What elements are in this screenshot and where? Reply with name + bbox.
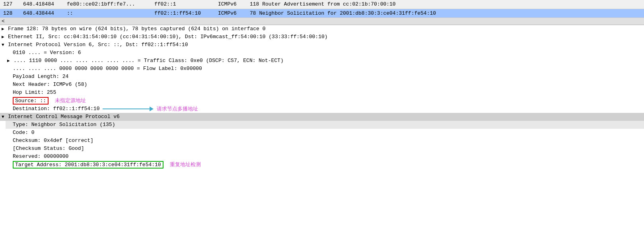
icmpv6-target-box: Target Address: 2001:db8:30:3:ce04:31ff:… (13, 161, 163, 169)
detail-pane: Frame 128: 78 bytes on wire (624 bits), … (0, 25, 644, 169)
icmpv6-checksum: Checksum: 0x4def [correct] (13, 138, 93, 143)
packet-destination: ff02::1 (151, 0, 215, 9)
icmpv6-target-annotation: 重复地址检测 (170, 161, 201, 168)
scroll-arrow: < (2, 18, 5, 24)
ipv6-version-row: 0110 .... = Version: 6 (6, 49, 644, 57)
icmpv6-checksum-row: Checksum: 0x4def [correct] (6, 137, 644, 145)
packet-protocol: ICMPv6 (215, 0, 247, 9)
ipv6-source-box: Source: :: (13, 97, 49, 105)
icmpv6-type: Type: Neighbor Solicitation (135) (13, 122, 115, 128)
ipv6-nextheader: Next Header: ICMPv6 (58) (13, 81, 87, 87)
icmpv6-target-row: Target Address: 2001:db8:30:3:ce04:31ff:… (6, 161, 644, 169)
ipv6-source-row: Source: :: 未指定源地址 (6, 97, 644, 105)
packet-no: 128 (0, 9, 20, 17)
icmpv6-reserved: Reserved: 00000000 (13, 153, 68, 159)
ipv6-trafficclass: .... 1110 0000 .... .... .... .... .... … (14, 58, 284, 64)
ipv6-triangle (2, 43, 7, 47)
icmpv6-row[interactable]: Internet Control Message Protocol v6 (0, 113, 644, 121)
ipv6-nextheader-row: Next Header: ICMPv6 (58) (6, 81, 644, 89)
icmpv6-code: Code: 0 (13, 130, 35, 136)
packet-no: 127 (0, 0, 20, 9)
packet-destination: ff02::1:ff54:10 (151, 9, 215, 17)
ethernet-label: Ethernet II, Src: cc:04:31:54:00:10 (cc:… (8, 34, 328, 40)
ipv6-label: Internet Protocol Version 6, Src: ::, Ds… (8, 42, 188, 48)
icmpv6-checksum-status: [Checksum Status: Good] (13, 145, 84, 151)
ipv6-flowlabel-row: .... .... .... 0000 0000 0000 0000 0000 … (6, 65, 644, 73)
packet-source: fe80::ce02:1bff:fe7... (64, 0, 151, 9)
ipv6-destination-text: Destination: ff02::1:ff54:10 (13, 106, 99, 112)
packet-protocol: ICMPv6 (215, 9, 247, 17)
packet-info: 118 Router Advertisement from cc:02:1b:7… (247, 0, 644, 9)
ipv6-hoplimit: Hop Limit: 255 (13, 89, 56, 95)
ethernet-row[interactable]: Ethernet II, Src: cc:04:31:54:00:10 (cc:… (0, 33, 644, 41)
ethernet-triangle (2, 34, 7, 39)
ipv6-payloadlen-row: Payload Length: 24 (6, 73, 644, 81)
ipv6-destination-annotation: 请求节点多播地址 (157, 105, 198, 112)
icmpv6-reserved-row: Reserved: 00000000 (6, 153, 644, 161)
icmpv6-label: Internet Control Message Protocol v6 (8, 114, 120, 120)
ipv6-flowlabel: .... .... .... 0000 0000 0000 0000 0000 … (13, 66, 202, 72)
icmpv6-code-row: Code: 0 (6, 129, 644, 137)
packet-time: 648.418484 (20, 0, 64, 9)
scroll-indicator: < (0, 18, 644, 25)
packet-row-128[interactable]: 128 648.438444 :: ff02::1:ff54:10 ICMPv6… (0, 9, 644, 17)
frame-triangle (2, 26, 7, 31)
icmpv6-triangle (2, 114, 7, 119)
ipv6-hoplimit-row: Hop Limit: 255 (6, 89, 644, 97)
packet-source: :: (64, 9, 151, 17)
ipv6-trafficclass-triangle (7, 58, 13, 63)
packet-row-127[interactable]: 127 648.418484 fe80::ce02:1bff:fe7... ff… (0, 0, 644, 9)
destination-arrow (103, 109, 150, 109)
frame-row[interactable]: Frame 128: 78 bytes on wire (624 bits), … (0, 25, 644, 33)
ipv6-row[interactable]: Internet Protocol Version 6, Src: ::, Ds… (0, 41, 644, 49)
ipv6-trafficclass-row[interactable]: .... 1110 0000 .... .... .... .... .... … (6, 57, 644, 65)
arrow-line (103, 109, 150, 109)
ipv6-source-annotation: 未指定源地址 (55, 97, 86, 104)
packet-table: 127 648.418484 fe80::ce02:1bff:fe7... ff… (0, 0, 644, 18)
ipv6-payloadlen: Payload Length: 24 (13, 74, 68, 79)
icmpv6-checksum-status-row: [Checksum Status: Good] (6, 145, 644, 153)
icmpv6-type-row: Type: Neighbor Solicitation (135) (6, 121, 644, 129)
packet-info: 78 Neighbor Solicitation for 2001:db8:30… (247, 9, 644, 17)
ipv6-destination-row: Destination: ff02::1:ff54:10 请求节点多播地址 (6, 105, 644, 113)
ipv6-version: 0110 .... = Version: 6 (13, 50, 81, 56)
packet-time: 648.438444 (20, 9, 64, 17)
frame-label: Frame 128: 78 bytes on wire (624 bits), … (8, 26, 266, 32)
